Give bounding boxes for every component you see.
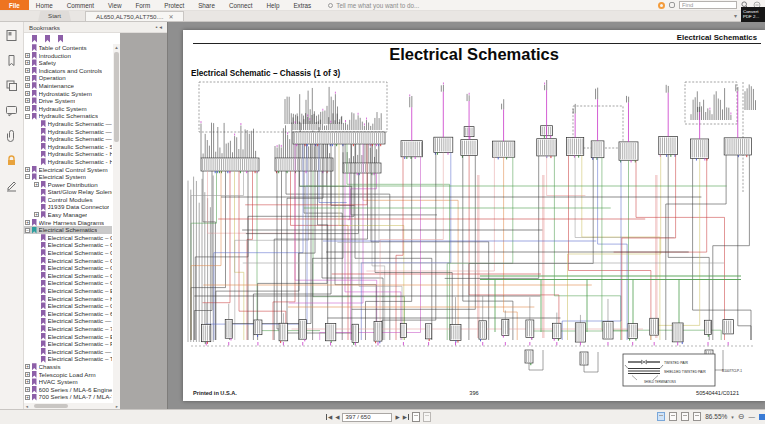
bookmark-item[interactable]: Table of Contents	[24, 44, 112, 52]
scroll-right-icon[interactable]: ▸	[114, 404, 120, 409]
bookmark-item[interactable]: Electrical Schematic – 700 Serie	[24, 325, 112, 333]
bookmark-item[interactable]: Electrical Schematic – Electrica	[24, 333, 112, 341]
bookmark-label[interactable]: Electrical Schematic – HVAC	[48, 295, 113, 303]
bookmark-label[interactable]: Electrical Schematic — 700 Seri	[48, 317, 113, 325]
bookmark-label[interactable]: Drive System	[39, 97, 76, 105]
bookmark-label[interactable]: Maintenance	[39, 82, 74, 90]
collapse-icon[interactable]: −	[25, 114, 30, 119]
bookmark-label[interactable]: Indicators and Controls	[39, 67, 103, 75]
bookmark-item[interactable]: Electrical Schematic – HVAC	[24, 295, 112, 303]
bookmark-label[interactable]: 700 Series / MLA-7 / MLA-T Engine	[39, 393, 113, 401]
file-menu-button[interactable]: File	[0, 0, 29, 10]
bookmark-label[interactable]: Electrical Schematic – Electrica	[48, 333, 113, 341]
expand-icon[interactable]: +	[25, 167, 30, 172]
expand-icon[interactable]: +	[25, 387, 30, 392]
bookmark-label[interactable]: Wire Harness Diagrams	[39, 219, 105, 227]
expand-icon[interactable]: +	[34, 212, 39, 217]
bookmark-item[interactable]: +HVAC System	[24, 378, 112, 386]
bookmark-item[interactable]: +Chassis	[24, 363, 112, 371]
bookmark-item[interactable]: +700 Series / MLA-7 / MLA-T Engine	[24, 393, 112, 401]
bookmark-item[interactable]: +Introduction	[24, 52, 112, 60]
bookmark-item[interactable]: Electrical Schematic – Chassis –	[24, 279, 112, 287]
layers-panel-icon[interactable]	[5, 79, 18, 92]
bookmark-item[interactable]: +Maintenance	[24, 82, 112, 90]
zoom-dropdown-icon[interactable]: ▾	[731, 414, 734, 420]
bookmark-item[interactable]: Electrical Schematic — 700 Seri	[24, 317, 112, 325]
zoom-slider[interactable]: —	[749, 413, 756, 420]
bookmark-label[interactable]: Operation	[39, 74, 66, 82]
bookmark-item[interactable]: +600 Series / MLA-6 Engine	[24, 386, 112, 394]
bookmark-label[interactable]: Electrical Schematic – Rear Ligh	[48, 340, 113, 348]
bookmark-label[interactable]: Easy Manager	[48, 211, 88, 219]
bookmark-label[interactable]: Introduction	[39, 52, 71, 60]
bookmark-label[interactable]: Electrical Schematic – Chassis –	[48, 272, 113, 280]
tab-start[interactable]: Start	[38, 11, 71, 21]
bookmark-item[interactable]: +Wire Harness Diagrams	[24, 219, 112, 227]
collapse-icon[interactable]: −	[25, 228, 30, 233]
hscroll-thumb[interactable]	[34, 404, 68, 408]
menu-item-form[interactable]: Form	[129, 0, 158, 10]
expand-icon[interactable]: +	[25, 379, 30, 384]
find-input[interactable]	[679, 1, 737, 9]
bookmark-label[interactable]: J1939 Data Connector	[48, 203, 110, 211]
bookmark-item[interactable]: Electrical Schematic – Chassis –	[24, 249, 112, 257]
bookmark-label[interactable]: Electrical Schematic – Chassis –	[48, 249, 113, 257]
tell-me-box[interactable]: Tell me what you want to do...	[318, 0, 419, 10]
bookmark-label[interactable]: Hydraulic System	[39, 105, 87, 113]
scroll-left-icon[interactable]: ◂	[24, 404, 30, 409]
bookmark-label[interactable]: Hydraulic Schematic — Standard	[48, 120, 113, 128]
bookmark-item[interactable]: Electrical Schematic – Chassis –	[24, 272, 112, 280]
bookmark-label[interactable]: Electrical Schematic – Open RO	[48, 302, 113, 310]
bookmark-label[interactable]: Control Modules	[48, 196, 93, 204]
bookmark-label[interactable]: Chassis	[39, 363, 61, 371]
bookmark-item[interactable]: Hydraulic Schematic — with High-Flow	[24, 128, 112, 136]
expand-bookmarks-icon[interactable]	[32, 35, 37, 43]
bookmark-item[interactable]: Electrical Schematic – Enclosed	[24, 287, 112, 295]
bookmark-label[interactable]: Hydraulic Schematic - High-Flow	[48, 150, 113, 158]
bookmark-item[interactable]: Control Modules	[24, 196, 112, 204]
bookmark-label[interactable]: Electrical Schematic — 14-Pin A	[48, 348, 113, 356]
bookmark-item[interactable]: Start/Glow Relay Solenoid Test	[24, 188, 112, 196]
theme-icon[interactable]	[669, 2, 675, 8]
thumbnails-panel-icon[interactable]	[5, 29, 18, 42]
bookmark-item[interactable]: +Hydraulic System	[24, 105, 112, 113]
menu-item-home[interactable]: Home	[29, 0, 60, 10]
last-page-button[interactable]: ▶	[403, 414, 409, 420]
bookmark-item[interactable]: +Operation	[24, 74, 112, 82]
fit-width-icon[interactable]	[693, 412, 701, 421]
bookmark-label[interactable]: Hydraulic Schematics	[39, 112, 99, 120]
page-number-field[interactable]	[342, 413, 392, 422]
bookmark-item[interactable]: Electrical Schematic – Open RO	[24, 302, 112, 310]
bookmark-item[interactable]: Hydraulic Schematic — Standard	[24, 120, 112, 128]
scroll-up-icon[interactable]: ▲	[113, 44, 120, 51]
bookmark-item[interactable]: +Power Distribution	[24, 181, 112, 189]
menu-item-view[interactable]: View	[101, 0, 129, 10]
tab-document[interactable]: AL650,AL750,ALT750.... ✕	[85, 11, 184, 21]
next-page-button[interactable]: ▶	[395, 414, 399, 420]
bookmark-item[interactable]: Electrical Schematic – Turn Sig	[24, 355, 112, 363]
bookmark-label[interactable]: Electrical Schematic – 700 Serie	[48, 325, 113, 333]
bookmark-item[interactable]: +Hydrostatic System	[24, 90, 112, 98]
expand-icon[interactable]: +	[25, 53, 30, 58]
bookmark-label[interactable]: Hydraulic Schematic - High-Flow	[48, 158, 113, 166]
bookmark-item[interactable]: +Electrical Control System	[24, 166, 112, 174]
bookmark-label[interactable]: Electrical Schematic – Chassis –	[48, 279, 113, 287]
panel-splitter[interactable]	[167, 22, 168, 409]
prev-page-button[interactable]: ◀	[335, 414, 339, 420]
expand-icon[interactable]: +	[25, 76, 30, 81]
expand-icon[interactable]: +	[25, 106, 30, 111]
expand-icon[interactable]: +	[25, 60, 30, 65]
menu-item-comment[interactable]: Comment	[60, 0, 101, 10]
bookmark-item[interactable]: −Hydraulic Schematics	[24, 112, 112, 120]
bookmark-item[interactable]: Electrical Schematic – 600 Serie	[24, 310, 112, 318]
bookmark-item[interactable]: J1939 Data Connector	[24, 203, 112, 211]
bookmark-label[interactable]: Electrical Schematic – Chassis (2	[48, 241, 113, 249]
collapse-icon[interactable]: −	[25, 174, 30, 179]
bookmark-label[interactable]: Electrical Schematics	[39, 226, 98, 234]
expand-icon[interactable]: +	[25, 83, 30, 88]
bookmark-label[interactable]: Electrical Control System	[39, 166, 108, 174]
expand-icon[interactable]: +	[25, 68, 30, 73]
bookmark-label[interactable]: Safety	[39, 59, 57, 67]
bookmark-label[interactable]: Electrical System	[39, 173, 86, 181]
bookmark-label[interactable]: Electrical Schematic – Turn Sig	[48, 355, 113, 363]
